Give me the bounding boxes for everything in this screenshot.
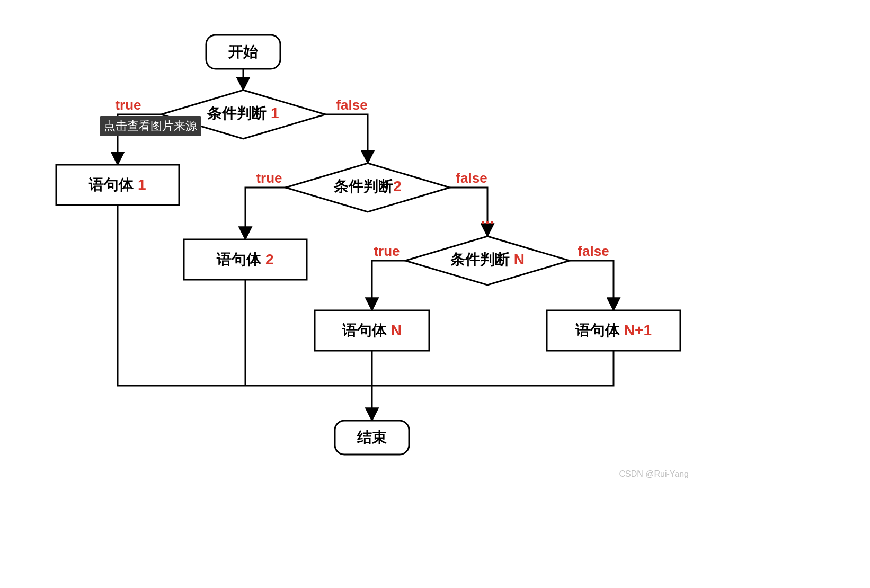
- watermark: CSDN @Rui-Yang: [619, 469, 689, 478]
- edge-cond2-true: [245, 188, 286, 239]
- flowchart: 开始 条件判断 1 true false 语句体 1 条件判断2 true fa…: [0, 0, 870, 588]
- label-cond2-true: true: [256, 170, 282, 186]
- ellipsis-label: …: [480, 210, 495, 227]
- image-source-tooltip-label: 点击查看图片来源: [104, 119, 197, 132]
- start-label: 开始: [228, 43, 258, 60]
- edge-condN-true: [372, 261, 405, 310]
- end-label: 结束: [357, 429, 387, 446]
- body1-label: 语句体 1: [88, 176, 146, 193]
- edge-cond1-false: [325, 114, 368, 163]
- condN-label: 条件判断 N: [450, 251, 525, 268]
- label-condN-false: false: [578, 243, 609, 259]
- label-cond1-false: false: [336, 97, 367, 113]
- label-cond2-false: false: [456, 170, 487, 186]
- edge-condN-false: [570, 261, 614, 310]
- label-cond1-true: true: [115, 97, 141, 113]
- bodyN-label: 语句体 N: [342, 322, 402, 338]
- cond2-label: 条件判断2: [333, 178, 402, 194]
- label-condN-true: true: [374, 243, 400, 259]
- edge-bodyN1-merge: [372, 351, 614, 386]
- bodyN1-label: 语句体 N+1: [575, 322, 652, 338]
- cond1-label: 条件判断 1: [207, 105, 279, 121]
- body2-label: 语句体 2: [216, 251, 273, 268]
